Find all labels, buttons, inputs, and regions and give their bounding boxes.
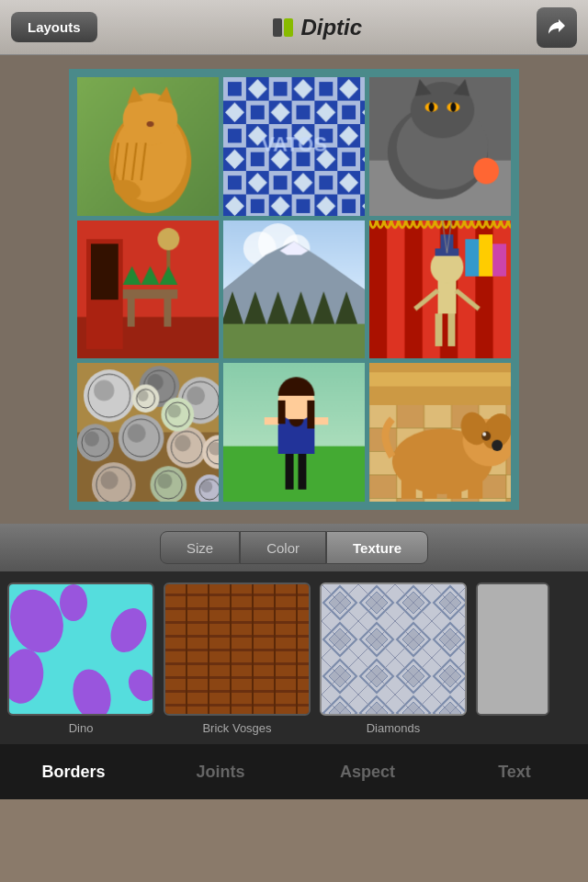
texture-item-dino[interactable]: Dino bbox=[7, 582, 154, 735]
svg-rect-40 bbox=[478, 584, 549, 716]
logo-text: Diptic bbox=[300, 15, 362, 40]
tab-bar: Size Color Texture bbox=[0, 524, 588, 571]
photo-cell-dog[interactable] bbox=[369, 363, 511, 502]
svg-rect-31 bbox=[296, 584, 298, 716]
photo-cell-interior[interactable] bbox=[77, 220, 219, 359]
share-icon bbox=[546, 17, 568, 39]
svg-point-7 bbox=[60, 584, 87, 621]
nav-label-joints: Joints bbox=[196, 763, 244, 782]
share-button[interactable] bbox=[537, 7, 577, 48]
svg-rect-38 bbox=[322, 584, 467, 716]
texture-label-diamonds: Diamonds bbox=[367, 721, 421, 735]
color-tab[interactable]: Color bbox=[240, 531, 326, 564]
svg-rect-29 bbox=[252, 584, 254, 716]
photo-cell-bowls[interactable] bbox=[77, 363, 219, 502]
texture-item-diamonds[interactable]: Diamonds bbox=[320, 582, 467, 735]
nav-label-text: Text bbox=[498, 763, 531, 782]
app-header: Layouts Diptic bbox=[0, 0, 588, 55]
svg-rect-26 bbox=[186, 584, 187, 716]
nav-item-borders[interactable]: Borders bbox=[0, 744, 147, 799]
texture-item-brick[interactable]: Brick Vosges bbox=[164, 582, 311, 735]
texture-tab[interactable]: Texture bbox=[326, 531, 428, 564]
svg-rect-27 bbox=[208, 584, 209, 716]
nav-item-joints[interactable]: Joints bbox=[147, 744, 294, 799]
photo-cell-pattern[interactable] bbox=[223, 77, 365, 216]
logo-icon bbox=[271, 15, 297, 40]
texture-thumb-dino bbox=[7, 582, 154, 716]
nav-item-aspect[interactable]: Aspect bbox=[294, 744, 441, 799]
texture-thumb-partial bbox=[476, 582, 549, 716]
nav-item-text[interactable]: Text bbox=[441, 744, 588, 799]
texture-item-partial[interactable] bbox=[476, 582, 549, 716]
texture-label-brick: Brick Vosges bbox=[202, 721, 271, 735]
texture-thumb-diamonds bbox=[320, 582, 467, 716]
svg-rect-1 bbox=[284, 18, 293, 37]
nav-label-aspect: Aspect bbox=[340, 763, 395, 782]
photo-cell-cat1[interactable] bbox=[77, 77, 219, 216]
svg-rect-28 bbox=[230, 584, 232, 716]
photo-cell-girl[interactable] bbox=[223, 363, 365, 502]
size-tab[interactable]: Size bbox=[160, 531, 240, 564]
texture-label-dino: Dino bbox=[69, 721, 94, 735]
logo: Diptic bbox=[271, 15, 362, 40]
canvas-area bbox=[0, 55, 588, 524]
photo-cell-cat2[interactable] bbox=[369, 77, 511, 216]
svg-rect-30 bbox=[274, 584, 276, 716]
texture-picker: Dino bbox=[0, 571, 588, 744]
photo-grid bbox=[69, 69, 519, 510]
photo-cell-puppet[interactable] bbox=[369, 220, 511, 359]
bottom-nav: Borders Joints Aspect Text bbox=[0, 744, 588, 799]
svg-rect-0 bbox=[273, 18, 282, 37]
nav-label-borders: Borders bbox=[41, 763, 105, 782]
layouts-button[interactable]: Layouts bbox=[11, 12, 97, 42]
texture-thumb-brick bbox=[164, 582, 311, 716]
photo-cell-mountain[interactable] bbox=[223, 220, 365, 359]
